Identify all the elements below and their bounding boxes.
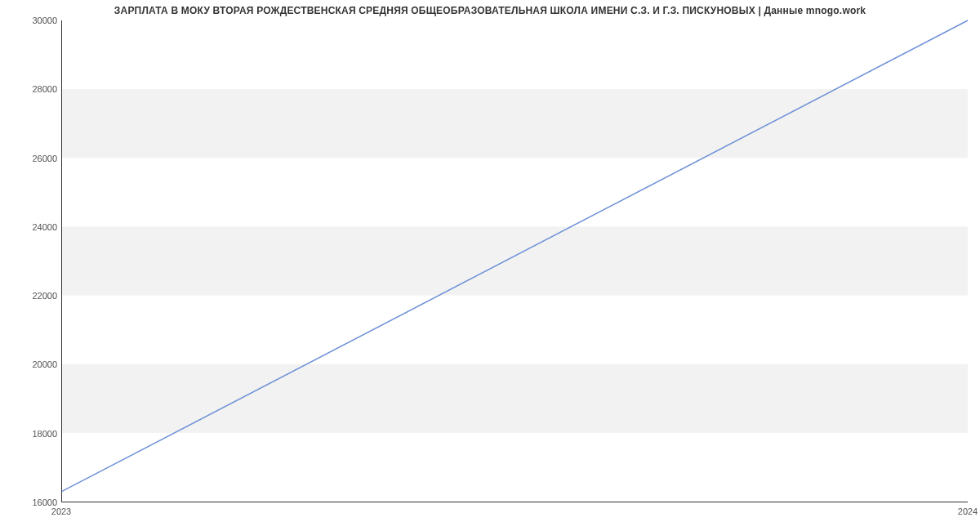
y-tick-label: 18000 [12,429,57,439]
grid-band [62,364,968,433]
y-tick-label: 22000 [12,291,57,301]
y-tick-label: 28000 [12,84,57,94]
grid-band [62,226,968,295]
chart-svg [62,20,968,502]
y-tick-label: 16000 [12,498,57,507]
y-tick-label: 20000 [12,359,57,369]
y-tick-label: 24000 [12,222,57,232]
grid-band [62,89,968,158]
chart-title: ЗАРПЛАТА В МОКУ ВТОРАЯ РОЖДЕСТВЕНСКАЯ СР… [0,5,980,16]
x-tick-label: 2024 [958,506,978,516]
x-tick-label: 2023 [51,506,71,516]
plot-area [61,20,968,502]
y-tick-label: 26000 [12,154,57,163]
y-tick-label: 30000 [12,16,57,25]
